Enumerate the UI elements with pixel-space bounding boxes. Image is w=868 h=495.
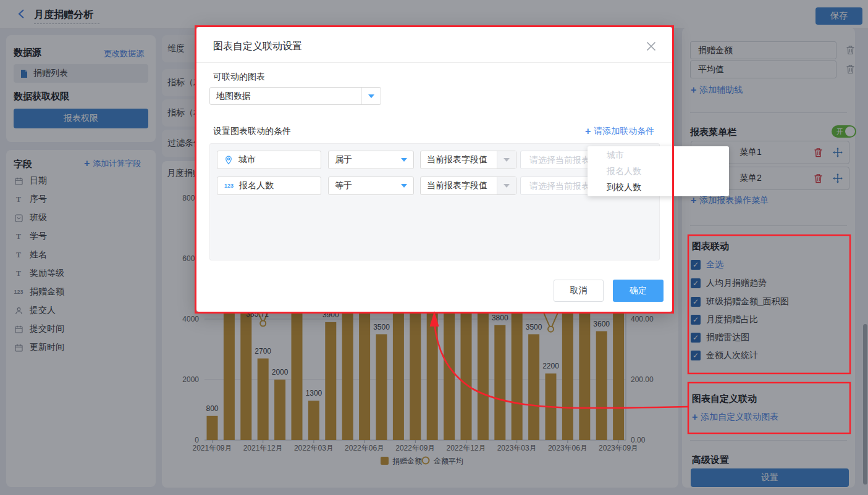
add-condition-link[interactable]: +请添加联动条件 <box>585 126 654 137</box>
cancel-button[interactable]: 取消 <box>554 280 604 302</box>
dropdown-option-signup: 报名人数 <box>588 163 729 179</box>
chevron-down-icon <box>395 177 413 194</box>
app-window: 月度捐赠分析 保存 数据源 更改数据源 捐赠列表 数据获取权限 报表权限 字段 … <box>0 0 868 495</box>
plus-icon: + <box>585 126 591 136</box>
condition-field-city[interactable]: 城市 <box>217 151 321 169</box>
close-icon[interactable] <box>646 41 657 54</box>
number-icon: 123 <box>224 183 234 189</box>
chevron-down-icon <box>497 151 516 168</box>
dropdown-option-city: 城市 <box>588 147 729 163</box>
field-dropdown-menu: 城市 报名人数 到校人数 <box>588 146 729 196</box>
location-pin-icon <box>224 156 233 165</box>
condition-field-signup[interactable]: 123 报名人数 <box>217 177 321 195</box>
dropdown-option-attendance[interactable]: 到校人数 <box>588 179 729 195</box>
dialog-title: 图表自定义联动设置 <box>213 40 302 53</box>
condition-label: 设置图表联动的条件 <box>213 126 291 137</box>
chevron-down-icon <box>361 88 381 104</box>
condition-operator-select[interactable]: 属于 <box>328 151 414 169</box>
linkable-chart-select[interactable]: 地图数据 <box>209 87 381 105</box>
condition-valuetype-select[interactable]: 当前报表字段值 <box>420 177 516 195</box>
chevron-down-icon <box>497 177 516 194</box>
condition-valuetype-select[interactable]: 当前报表字段值 <box>420 151 516 169</box>
chevron-down-icon <box>395 151 413 168</box>
linkable-chart-label: 可联动的图表 <box>213 72 265 83</box>
dialog-header-divider <box>196 62 672 63</box>
confirm-button[interactable]: 确定 <box>613 280 664 302</box>
condition-operator-select[interactable]: 等于 <box>328 177 414 195</box>
